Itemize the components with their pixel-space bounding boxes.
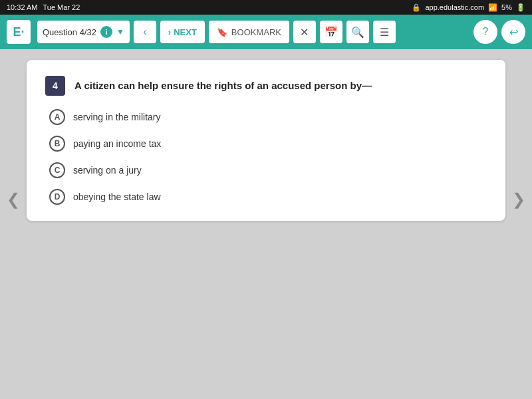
status-bar: 10:32 AM Tue Mar 22 🔒 app.edulastic.com …: [0, 0, 532, 15]
search-icon: 🔍: [351, 26, 364, 39]
option-text-a: serving in the military: [73, 112, 161, 122]
battery-display: 5%: [501, 3, 512, 11]
status-bar-right: 🔒 app.edulastic.com 📶 5% 🔋: [412, 3, 525, 12]
toolbar: E· Question 4/32 i ▼ ‹ › NEXT 🔖 BOOKMARK…: [0, 15, 532, 49]
search-button[interactable]: 🔍: [346, 21, 369, 43]
right-nav-arrow[interactable]: ❯: [505, 184, 532, 215]
option-text-b: paying an income tax: [73, 138, 161, 149]
option-text-c: serving on a jury: [73, 165, 142, 176]
help-icon: ?: [483, 26, 489, 38]
wifi-icon: 📶: [488, 3, 497, 12]
option-text-d: obeying the state law: [73, 192, 161, 202]
close-icon: ✕: [300, 26, 309, 39]
url-display: app.edulastic.com: [425, 3, 484, 11]
question-text: A citizen can help ensure the rights of …: [74, 76, 372, 92]
menu-button[interactable]: ☰: [373, 21, 396, 43]
help-button[interactable]: ?: [473, 20, 497, 44]
chevron-right-icon: ❯: [512, 190, 525, 208]
question-header: 4 A citizen can help ensure the rights o…: [45, 76, 487, 96]
date-display: Tue Mar 22: [43, 3, 80, 11]
option-item-a[interactable]: A serving in the military: [49, 109, 487, 125]
back-circle-button[interactable]: ↩: [501, 20, 525, 44]
bookmark-label: BOOKMARK: [231, 27, 281, 37]
info-button[interactable]: i: [100, 26, 112, 38]
question-card: 4 A citizen can help ensure the rights o…: [27, 60, 505, 221]
option-circle-a: A: [49, 109, 65, 125]
options-list: A serving in the military B paying an in…: [45, 109, 487, 205]
close-button[interactable]: ✕: [293, 21, 316, 43]
option-item-b[interactable]: B paying an income tax: [49, 136, 487, 152]
menu-icon: ☰: [380, 26, 389, 39]
prev-button[interactable]: ‹: [134, 21, 156, 43]
option-item-c[interactable]: C serving on a jury: [49, 162, 487, 178]
battery-icon: 🔋: [516, 3, 525, 12]
next-button[interactable]: › NEXT: [160, 21, 205, 43]
lock-icon: 🔒: [412, 3, 421, 12]
back-icon: ↩: [509, 26, 518, 39]
next-arrow-icon: ›: [168, 27, 171, 37]
calendar-icon: 📅: [325, 26, 338, 39]
main-area: 4 A citizen can help ensure the rights o…: [0, 49, 532, 231]
calendar-button[interactable]: 📅: [320, 21, 342, 43]
app-logo[interactable]: E·: [7, 20, 31, 44]
status-bar-left: 10:32 AM Tue Mar 22: [7, 3, 80, 11]
chevron-left-icon: ❮: [7, 190, 20, 208]
question-label: Question 4/32: [43, 27, 96, 37]
next-label: NEXT: [174, 27, 197, 37]
left-nav-arrow[interactable]: ❮: [0, 184, 27, 215]
time-display: 10:32 AM: [7, 3, 37, 11]
bookmark-button[interactable]: 🔖 BOOKMARK: [209, 21, 289, 43]
dropdown-arrow-icon[interactable]: ▼: [116, 27, 124, 37]
option-circle-b: B: [49, 136, 65, 152]
question-number: 4: [45, 76, 65, 96]
bookmark-icon: 🔖: [217, 27, 227, 37]
option-circle-d: D: [49, 189, 65, 205]
question-selector[interactable]: Question 4/32 i ▼: [37, 21, 130, 43]
option-circle-c: C: [49, 162, 65, 178]
option-item-d[interactable]: D obeying the state law: [49, 189, 487, 205]
